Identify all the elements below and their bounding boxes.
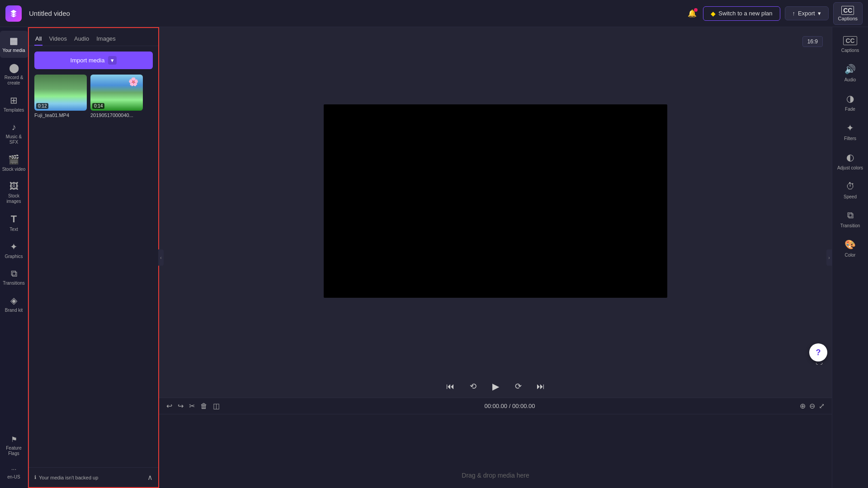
main-area: ▦ Your media ⬤ Record &create ⊞ Template… <box>0 27 868 488</box>
skip-to-end-button[interactable]: ⏭ <box>534 380 547 393</box>
music-icon: ♪ <box>12 122 16 132</box>
panel-collapse-handle[interactable]: ‹ <box>158 249 164 266</box>
right-sidebar-item-fade[interactable]: ◑ Fade <box>834 88 867 117</box>
diamond-icon: ◆ <box>711 10 716 17</box>
import-chevron: ▾ <box>108 56 117 65</box>
sidebar-item-your-media[interactable]: ▦ Your media <box>0 31 28 58</box>
text-icon: T <box>11 213 17 225</box>
sidebar-item-lang[interactable]: ··· en-US <box>0 461 28 484</box>
right-panel-collapse-button[interactable]: › <box>826 249 832 266</box>
tab-images[interactable]: Images <box>95 33 117 46</box>
center-content: 16:9 ⛶ ⏮ ⟲ ▶ ⟳ ⏭ ↩ ↪ ✂ 🗑 ◫ 00:00.00 / 00… <box>159 27 832 488</box>
sidebar-item-music-sfx[interactable]: ♪ Music & SFX <box>0 117 28 150</box>
right-sidebar-item-speed[interactable]: ⏱ Speed <box>834 176 867 205</box>
media-thumbnail-2[interactable]: 🌸 0:14 <box>90 75 143 111</box>
right-sidebar-item-filters[interactable]: ✦ Filters <box>834 117 867 146</box>
topbar-actions: ◆ Switch to a new plan ↑ Export ▾ CC Cap… <box>703 2 863 25</box>
project-title[interactable]: Untitled video <box>29 9 685 17</box>
fade-sidebar-icon: ◑ <box>846 93 854 104</box>
preview-area: 16:9 ⛶ <box>159 27 832 375</box>
export-icon: ↑ <box>793 10 796 17</box>
backup-collapse-icon[interactable]: ∧ <box>147 473 153 482</box>
templates-icon: ⊞ <box>10 95 18 106</box>
help-button[interactable]: ? <box>809 343 827 361</box>
topbar: Untitled video 🔔 ◆ Switch to a new plan … <box>0 0 868 27</box>
notification-dot <box>694 8 698 12</box>
aspect-ratio-badge[interactable]: 16:9 <box>802 36 823 47</box>
media-panel-footer: ℹ Your media isn't backed up ∧ <box>29 467 158 487</box>
media-grid: 0:12 Fuji_tea01.MP4 🌸 0:14 2019051700004… <box>29 75 158 119</box>
sidebar-item-stock-video[interactable]: 🎬 Stock video <box>0 150 28 177</box>
right-sidebar-item-color[interactable]: 🎨 Color <box>834 234 867 263</box>
backup-info: ℹ Your media isn't backed up <box>34 474 98 480</box>
export-button[interactable]: ↑ Export ▾ <box>785 6 829 20</box>
zoom-out-button[interactable]: ⊖ <box>809 402 815 410</box>
video-preview <box>324 104 667 298</box>
right-sidebar-wrapper: › CC Captions 🔊 Audio ◑ Fade ✦ Filters ◐… <box>832 27 868 488</box>
sidebar-item-transitions[interactable]: ⧉ Transitions <box>0 264 28 291</box>
your-media-icon: ▦ <box>9 35 18 46</box>
sidebar-item-graphics[interactable]: ✦ Graphics <box>0 237 28 264</box>
export-chevron: ▾ <box>818 10 821 17</box>
fit-timeline-button[interactable]: ⤢ <box>819 402 825 410</box>
timeline-toolbar: ↩ ↪ ✂ 🗑 ◫ 00:00.00 / 00:00.00 ⊕ ⊖ ⤢ <box>159 398 832 414</box>
media-duration-2: 0:14 <box>92 103 104 109</box>
help-icon: ? <box>816 348 821 357</box>
delete-button[interactable]: 🗑 <box>200 402 208 410</box>
transitions-icon: ⧉ <box>11 268 17 279</box>
lang-icon: ··· <box>11 465 17 473</box>
media-tabs: All Videos Audio Images <box>29 28 158 46</box>
captions-sidebar-icon: CC <box>843 36 857 45</box>
fast-forward-button[interactable]: ⟳ <box>511 380 525 393</box>
stock-images-icon: 🖼 <box>9 181 19 192</box>
redo-button[interactable]: ↪ <box>178 402 184 410</box>
import-btn-row: Import media ▾ <box>29 46 158 75</box>
media-duration-1: 0:12 <box>36 103 48 109</box>
rewind-button[interactable]: ⟲ <box>466 380 480 393</box>
sidebar-item-brand-kit[interactable]: ◈ Brand kit <box>0 291 28 318</box>
backup-message: Your media isn't backed up <box>39 475 98 480</box>
graphics-icon: ✦ <box>10 241 18 252</box>
media-name-1: Fuji_tea01.MP4 <box>34 111 87 119</box>
notification-bell[interactable]: 🔔 <box>685 6 699 21</box>
captions-button[interactable]: CC Captions <box>833 2 863 25</box>
transition-sidebar-icon: ⧉ <box>847 210 854 221</box>
sidebar-item-record-create[interactable]: ⬤ Record &create <box>0 58 28 90</box>
right-sidebar-item-adjust-colors[interactable]: ◐ Adjust colors <box>834 146 867 176</box>
list-item: 🌸 0:14 20190517000040... <box>90 75 143 119</box>
timeline-section: ↩ ↪ ✂ 🗑 ◫ 00:00.00 / 00:00.00 ⊕ ⊖ ⤢ Drag… <box>159 398 832 488</box>
stock-video-icon: 🎬 <box>8 154 19 165</box>
media-thumbnail-1[interactable]: 0:12 <box>34 75 87 111</box>
right-sidebar: CC Captions 🔊 Audio ◑ Fade ✦ Filters ◐ A… <box>832 27 868 488</box>
speed-sidebar-icon: ⏱ <box>846 181 855 192</box>
sidebar-item-feature-flags[interactable]: ⚑ FeatureFlags <box>0 431 28 461</box>
tab-audio[interactable]: Audio <box>73 33 90 46</box>
tab-all[interactable]: All <box>34 33 42 46</box>
clip-button[interactable]: ◫ <box>213 402 220 410</box>
playback-controls: ⏮ ⟲ ▶ ⟳ ⏭ <box>159 375 832 398</box>
audio-sidebar-icon: 🔊 <box>844 64 856 75</box>
right-sidebar-item-transition[interactable]: ⧉ Transition <box>834 205 867 234</box>
timeline-time-display: 00:00.00 / 00:00.00 <box>225 403 794 409</box>
zoom-in-button[interactable]: ⊕ <box>800 402 806 410</box>
list-item: 0:12 Fuji_tea01.MP4 <box>34 75 87 119</box>
cut-button[interactable]: ✂ <box>189 402 195 410</box>
sidebar-item-stock-images[interactable]: 🖼 Stock images <box>0 177 28 209</box>
play-button[interactable]: ▶ <box>489 380 502 393</box>
brand-kit-icon: ◈ <box>10 295 17 306</box>
skip-to-start-button[interactable]: ⏮ <box>443 380 457 393</box>
sidebar-item-templates[interactable]: ⊞ Templates <box>0 90 28 117</box>
import-media-button[interactable]: Import media ▾ <box>34 52 153 69</box>
sidebar-item-text[interactable]: T Text <box>0 209 28 237</box>
right-sidebar-item-captions[interactable]: CC Captions <box>834 31 867 58</box>
backup-icon: ℹ <box>34 474 36 480</box>
adjust-colors-sidebar-icon: ◐ <box>846 152 854 163</box>
record-icon: ⬤ <box>9 62 19 73</box>
switch-plan-button[interactable]: ◆ Switch to a new plan <box>703 6 780 21</box>
drag-drop-hint: Drag & drop media here <box>159 463 832 488</box>
undo-button[interactable]: ↩ <box>166 402 172 410</box>
timeline-body: Drag & drop media here <box>159 414 832 488</box>
timeline-zoom-controls: ⊕ ⊖ ⤢ <box>800 402 825 410</box>
tab-videos[interactable]: Videos <box>48 33 68 46</box>
right-sidebar-item-audio[interactable]: 🔊 Audio <box>834 58 867 88</box>
